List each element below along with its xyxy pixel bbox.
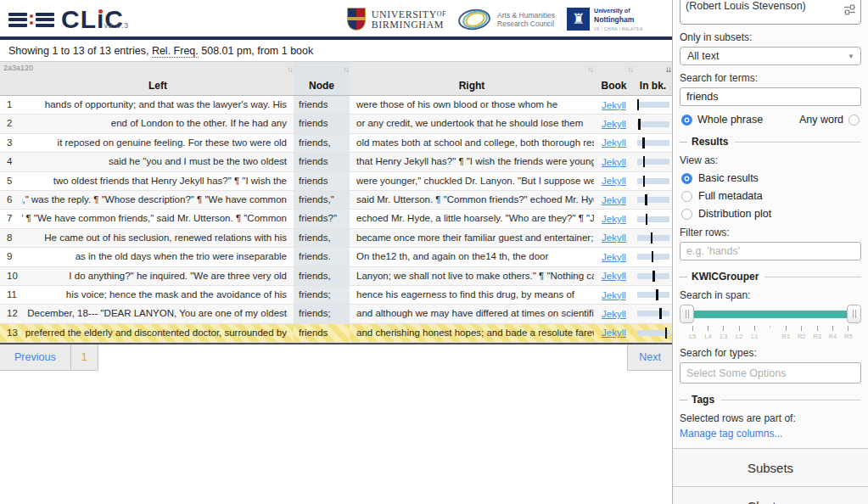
results-summary: Showing 1 to 13 of 13 entries, Rel. Freq… [0, 40, 672, 62]
previous-page-button[interactable]: Previous [0, 344, 71, 371]
span-tick-r3: R3 [809, 326, 825, 340]
sort-icon-node[interactable]: ↑↓ [343, 64, 348, 74]
row-number: 11 [0, 286, 22, 304]
any-word-radio[interactable] [848, 115, 860, 126]
position-marker [642, 137, 645, 148]
clic-app: CLıC v2.0.3 UNIVERSITYOF BIRMINGHAM Arts… [0, 0, 868, 504]
table-row[interactable]: 3 it reposed on genuine feeling. For the… [0, 134, 672, 153]
table-row[interactable]: 9 as in the old days when the trio were … [0, 248, 672, 266]
column-header-book[interactable]: ↑↓ Book [594, 62, 634, 95]
accordion-section-clusters[interactable]: Clusters [673, 487, 868, 504]
left-context: said he "you and I must be the two oldes… [22, 153, 294, 171]
row-number: 13 [0, 324, 22, 342]
row-number: 6 [0, 191, 22, 209]
book-link[interactable]: Jekyll [602, 290, 626, 300]
span-slider-left-handle[interactable] [680, 305, 694, 323]
whole-phrase-radio[interactable] [681, 115, 692, 126]
span-tick-r1: R1 [778, 326, 793, 340]
view-option-full-metadata[interactable]: Full metadata [681, 190, 860, 202]
book-link[interactable]: Jekyll [602, 328, 626, 338]
next-page-button[interactable]: Next [627, 344, 672, 371]
book-select-input[interactable]: (Robert Louis Stevenson) [680, 0, 861, 25]
span-tick-r2: R2 [794, 326, 809, 340]
table-row[interactable]: 6 escription," was the reply. ¶ "Whose d… [0, 191, 672, 210]
page-1-button[interactable]: 1 [71, 344, 98, 371]
right-context: hence his eagerness to find this drug, b… [350, 286, 594, 304]
left-context: I do anything?" he inquired. "We are thr… [22, 267, 294, 285]
book-cell: Jekyll [594, 267, 634, 285]
book-link[interactable]: Jekyll [602, 252, 626, 262]
row-number: 2 [0, 115, 22, 132]
column-header-node[interactable]: ↑↓ Node [294, 62, 350, 95]
position-marker [652, 251, 654, 262]
table-row[interactable]: 4 said he "you and I must be the two old… [0, 153, 672, 171]
search-terms-label: Search for terms: [680, 72, 861, 84]
full-metadata-radio[interactable] [681, 191, 692, 202]
book-link[interactable]: Jekyll [602, 157, 626, 167]
subsets-select[interactable]: All text ▼ [680, 47, 861, 65]
book-link[interactable]: Jekyll [602, 176, 626, 186]
types-multiselect-input[interactable] [680, 362, 861, 384]
sliders-icon[interactable] [843, 3, 856, 19]
sort-icon-book[interactable]: ↑↓ [627, 64, 632, 74]
span-slider-right-handle[interactable] [847, 305, 861, 323]
distribution-plot-radio[interactable] [681, 209, 692, 220]
university-of-nottingham-logo: ♜ University of Nottingham UK | CHINA | … [567, 5, 643, 33]
row-number: 4 [0, 153, 22, 171]
filter-rows-label: Filter rows: [680, 227, 861, 238]
span-tick-l3: L3 [716, 326, 731, 340]
book-link[interactable]: Jekyll [602, 271, 626, 281]
table-row[interactable]: 10 I do anything?" he inquired. "We are … [0, 267, 672, 286]
version-label: v2.0.3 [104, 11, 129, 40]
sort-icon-left[interactable]: ↑↓ [287, 64, 292, 74]
table-row[interactable]: 1 hands of opportunity; and that was the… [0, 96, 672, 115]
tags-section-title: Tags [680, 394, 861, 406]
in-book-position-bar [637, 235, 669, 241]
in-book-position-bar [637, 330, 669, 336]
table-row[interactable]: 11 his voice; hence the mask and the avo… [0, 286, 672, 305]
position-marker [637, 99, 640, 110]
span-tick-l5: L5 [685, 326, 700, 340]
row-number: 9 [0, 248, 22, 266]
nottingham-castle-icon: ♜ [567, 8, 590, 31]
table-row[interactable]: 8 He came out of his seclusion, renewed … [0, 229, 672, 248]
sort-icon-right[interactable]: ↑↓ [587, 64, 592, 74]
rel-freq-term[interactable]: Rel. Freq. [152, 45, 199, 58]
book-link[interactable]: Jekyll [602, 119, 626, 129]
birmingham-crest-icon [347, 8, 366, 31]
search-terms-input[interactable] [680, 87, 861, 106]
view-option-distribution-plot[interactable]: Distribution plot [681, 208, 860, 220]
book-link[interactable]: Jekyll [602, 100, 626, 110]
book-cell: Jekyll [594, 305, 634, 322]
clic-logo[interactable]: CLıC v2.0.3 [8, 5, 124, 34]
clic-logo-bars-icon [8, 13, 54, 27]
book-link[interactable]: Jekyll [602, 309, 626, 319]
book-link[interactable]: Jekyll [602, 195, 626, 205]
book-cell: Jekyll [594, 115, 634, 132]
accordion-section-subsets[interactable]: Subsets [673, 449, 868, 487]
span-slider [680, 305, 861, 323]
table-row[interactable]: 2 end of London to the other. If he had … [0, 115, 672, 133]
in-book-position-bar [637, 197, 669, 203]
span-tick-r4: R4 [825, 326, 840, 340]
right-context: became once more their familiar guest an… [350, 229, 594, 247]
table-row[interactable]: 5 two oldest friends that Henry Jekyll h… [0, 172, 672, 191]
in-book-cell [634, 210, 672, 227]
book-link[interactable]: Jekyll [602, 214, 626, 224]
table-row[interactable]: 12 December, 18--- "DEAR LANYON, You are… [0, 305, 672, 323]
book-link[interactable]: Jekyll [602, 232, 626, 243]
manage-tag-columns-link[interactable]: Manage tag columns... [680, 428, 861, 440]
basic-results-radio[interactable] [681, 173, 692, 184]
node-word: friends?" [294, 210, 350, 227]
book-link[interactable]: Jekyll [602, 137, 626, 148]
column-header-in-book[interactable]: ↓↓ In bk. [634, 62, 672, 95]
table-row[interactable]: 13 Yes, I preferred the elderly and disc… [0, 324, 672, 343]
kwicgrouper-section-title: KWICGrouper [680, 271, 861, 283]
sort-icon-in-book-active[interactable]: ↓↓ [665, 64, 670, 74]
column-header-left[interactable]: ↑↓ Left [22, 62, 294, 95]
node-word: friends [294, 172, 350, 190]
filter-rows-input[interactable] [680, 242, 861, 260]
column-header-right[interactable]: ↑↓ Right [350, 62, 594, 95]
view-option-basic-results[interactable]: Basic results [681, 172, 860, 184]
table-row[interactable]: 7 cription?" ¶ "We have common friends,"… [0, 210, 672, 228]
